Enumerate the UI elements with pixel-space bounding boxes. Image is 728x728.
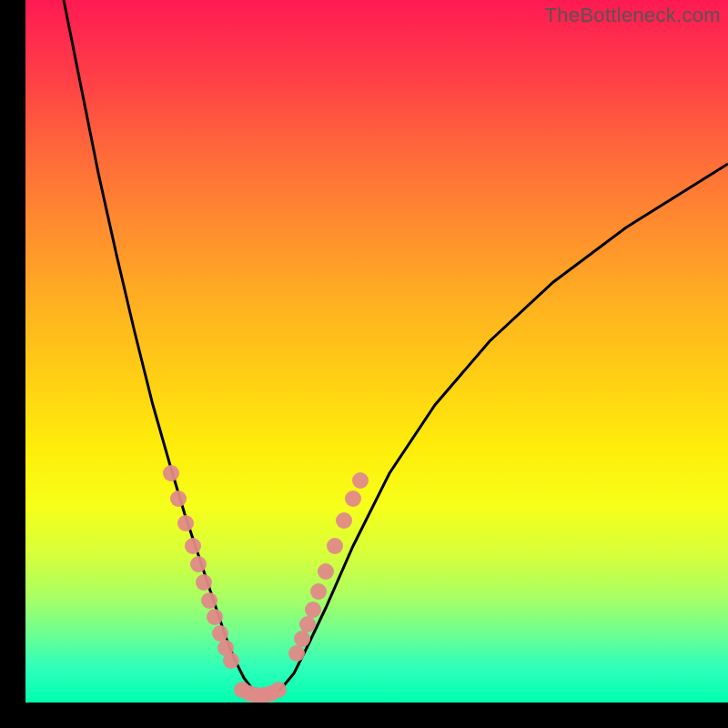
- data-marker: [310, 583, 327, 600]
- watermark-text: TheBottleneck.com: [545, 4, 721, 27]
- data-marker: [352, 472, 369, 489]
- data-marker: [170, 490, 187, 507]
- data-marker: [336, 512, 352, 529]
- data-marker: [327, 538, 343, 554]
- data-marker: [190, 556, 207, 572]
- data-marker: [201, 592, 217, 609]
- data-marker: [185, 538, 201, 554]
- data-marker: [318, 563, 334, 580]
- data-marker: [223, 652, 239, 669]
- data-marker: [345, 490, 361, 507]
- data-marker: [288, 645, 305, 662]
- data-marker: [163, 465, 179, 481]
- data-marker: [207, 609, 223, 625]
- data-marker: [305, 602, 321, 618]
- data-marker: [294, 631, 310, 647]
- data-marker: [196, 574, 212, 591]
- bottleneck-curve: [64, 0, 728, 695]
- data-marker: [177, 515, 194, 531]
- chart-svg: [25, 0, 728, 703]
- chart-frame: TheBottleneck.com: [25, 0, 728, 703]
- data-marker: [270, 682, 287, 698]
- data-marker: [212, 625, 228, 642]
- data-marker: [299, 616, 316, 632]
